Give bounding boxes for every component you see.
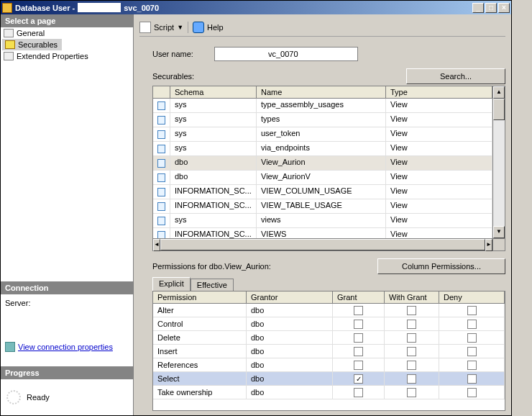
connection-header: Connection [1, 281, 133, 294]
col-grant[interactable]: Grant [333, 291, 385, 303]
checkbox[interactable] [407, 347, 416, 356]
securable-row[interactable]: INFORMATION_SC...VIEW_COLUMN_USAGEView [153, 185, 492, 199]
securable-row[interactable]: systype_assembly_usagesView [153, 99, 492, 113]
col-schema[interactable]: Schema [170, 86, 257, 98]
checkbox[interactable] [407, 306, 416, 315]
scroll-right[interactable]: ► [485, 239, 492, 251]
permission-row[interactable]: Referencesdbo [153, 358, 505, 372]
securable-row[interactable]: sysvia_endpointsView [153, 142, 492, 156]
scroll-left[interactable]: ◄ [153, 239, 160, 251]
database-user-window: Database User - svc_0070 _ □ × Select a … [0, 0, 512, 416]
script-dropdown[interactable]: ▼ [177, 24, 183, 31]
server-label: Server: [5, 299, 129, 307]
page-general-label: General [17, 29, 45, 37]
cell-grantor: dbo [247, 304, 333, 317]
script-button[interactable]: Script [154, 23, 174, 32]
username-field[interactable]: vc_0070 [214, 47, 358, 61]
cell-name: VIEW_TABLE_USAGE [257, 199, 386, 213]
checkbox[interactable]: ✓ [354, 374, 363, 384]
checkbox[interactable] [467, 361, 477, 370]
page-extprop-label: Extended Properties [17, 52, 88, 60]
checkbox[interactable] [407, 320, 416, 329]
checkbox[interactable] [467, 320, 477, 329]
col-deny[interactable]: Deny [439, 291, 505, 303]
cell-type: View [386, 171, 492, 184]
link-text: View connection properties [18, 343, 113, 351]
view-icon [157, 202, 165, 211]
col-name[interactable]: Name [257, 86, 386, 98]
checkbox[interactable] [354, 306, 363, 315]
securables-vscrollbar[interactable]: ▲ ▼ [492, 86, 505, 238]
permissions-header-row: Permission Grantor Grant With Grant Deny [153, 291, 505, 304]
checkbox[interactable] [354, 361, 363, 370]
cell-type: View [386, 99, 492, 112]
permission-row[interactable]: Insertdbo [153, 345, 505, 358]
checkbox[interactable] [467, 347, 477, 356]
minimize-button[interactable]: _ [472, 3, 484, 13]
checkbox[interactable] [354, 333, 363, 343]
title-suffix: svc_0070 [124, 4, 472, 12]
maximize-button[interactable]: □ [485, 3, 497, 13]
view-icon [157, 130, 165, 139]
securables-hscrollbar[interactable]: ◄ ► [153, 238, 505, 250]
securable-row[interactable]: INFORMATION_SC...VIEW_TABLE_USAGEView [153, 199, 492, 214]
permission-row[interactable]: Take ownershipdbo [153, 386, 505, 399]
checkbox[interactable] [407, 333, 416, 343]
cell-name: VIEW_COLUMN_USAGE [257, 185, 386, 199]
column-permissions-button[interactable]: Column Permissions... [377, 258, 505, 274]
checkbox[interactable] [407, 361, 416, 370]
help-button[interactable]: Help [207, 23, 224, 32]
col-with-grant[interactable]: With Grant [385, 291, 439, 303]
page-extended-properties[interactable]: Extended Properties [1, 50, 133, 62]
cell-type: View [386, 156, 492, 170]
securable-row[interactable]: systypesView [153, 113, 492, 127]
search-button[interactable]: Search... [406, 68, 505, 84]
checkbox[interactable] [354, 388, 363, 397]
permission-row[interactable]: Alterdbo [153, 304, 505, 317]
cell-grantor: dbo [247, 345, 333, 358]
page-general[interactable]: General [1, 27, 133, 39]
cell-schema: dbo [170, 171, 257, 184]
checkbox[interactable] [407, 374, 416, 384]
checkbox[interactable] [354, 320, 363, 329]
scroll-up[interactable]: ▲ [493, 86, 505, 99]
col-type[interactable]: Type [386, 86, 492, 98]
checkbox[interactable] [467, 374, 477, 384]
cell-permission: Delete [153, 331, 247, 344]
col-grantor[interactable]: Grantor [247, 291, 333, 303]
checkbox[interactable] [354, 347, 363, 356]
cell-schema: dbo [170, 156, 257, 170]
tab-effective[interactable]: Effective [191, 279, 234, 291]
view-icon [157, 231, 165, 239]
page-securables[interactable]: Securables [2, 39, 62, 50]
cell-grantor: dbo [247, 317, 333, 330]
cell-type: View [386, 214, 492, 227]
securable-row[interactable]: INFORMATION_SC...VIEWSView [153, 228, 492, 238]
general-icon [4, 29, 14, 37]
close-button[interactable]: × [498, 3, 510, 13]
view-connection-properties-link[interactable]: View connection properties [5, 342, 129, 352]
permissions-grid: Permission Grantor Grant With Grant Deny… [152, 291, 505, 411]
checkbox[interactable] [467, 306, 477, 315]
view-icon [157, 101, 165, 110]
securable-row[interactable]: sysuser_tokenView [153, 127, 492, 142]
securable-row[interactable]: dboView_AurionView [153, 156, 492, 171]
tab-explicit[interactable]: Explicit [152, 277, 191, 291]
cell-schema: sys [170, 142, 257, 155]
securables-icon [5, 40, 15, 49]
cell-schema: INFORMATION_SC... [170, 199, 257, 213]
securable-row[interactable]: dboView_AurionVView [153, 171, 492, 185]
checkbox[interactable] [467, 388, 477, 397]
scroll-down[interactable]: ▼ [493, 226, 505, 238]
cell-name: user_token [257, 127, 386, 141]
window-icon [2, 3, 12, 13]
titlebar[interactable]: Database User - svc_0070 _ □ × [1, 1, 511, 14]
permission-row[interactable]: Controldbo [153, 317, 505, 331]
checkbox[interactable] [467, 333, 477, 343]
permission-row[interactable]: Deletedbo [153, 331, 505, 345]
checkbox[interactable] [407, 388, 416, 397]
col-permission[interactable]: Permission [153, 291, 247, 303]
permission-row[interactable]: Selectdbo✓ [153, 372, 505, 386]
toolbar: Script ▼ Help [139, 19, 505, 37]
securable-row[interactable]: sysviewsView [153, 214, 492, 228]
